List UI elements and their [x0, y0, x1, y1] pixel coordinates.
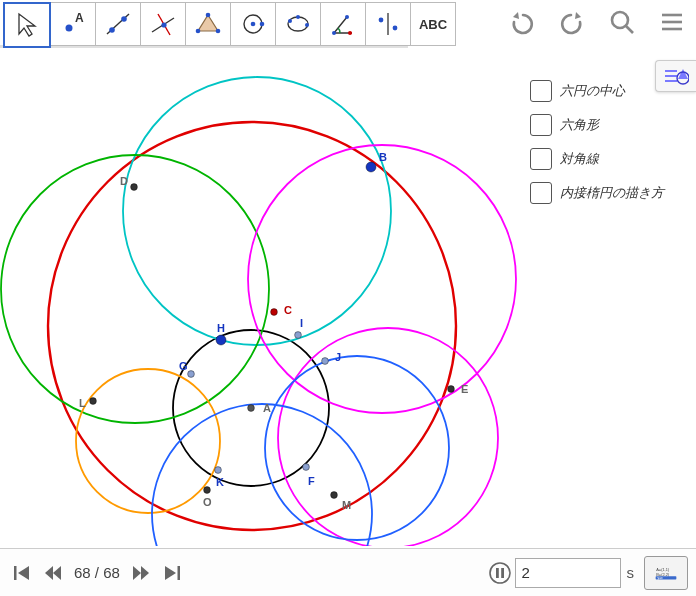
toolbar: A ABC [3, 2, 455, 47]
tool-move[interactable] [3, 2, 51, 48]
tool-circle[interactable] [230, 2, 276, 46]
svg-point-0 [66, 25, 73, 32]
checkbox-hexagon[interactable]: 六角形 [530, 114, 664, 136]
svg-point-18 [332, 31, 336, 35]
tool-conic[interactable] [275, 2, 321, 46]
tool-text[interactable]: ABC [410, 2, 456, 46]
point-F[interactable] [303, 464, 310, 471]
svg-point-8 [206, 13, 211, 18]
checkbox-inscribed-ellipse[interactable]: 内接楕円の描き方 [530, 182, 664, 204]
point-K[interactable] [215, 467, 222, 474]
svg-point-13 [260, 22, 265, 27]
checkbox-label: 六円の中心 [560, 82, 625, 100]
checkbox-box [530, 114, 552, 136]
tool-point[interactable]: A [50, 2, 96, 46]
svg-point-3 [109, 27, 115, 33]
point-D[interactable] [131, 184, 138, 191]
svg-point-19 [345, 15, 349, 19]
svg-rect-33 [14, 566, 17, 580]
last-frame-button[interactable] [156, 558, 186, 588]
svg-point-7 [161, 22, 166, 27]
checkbox-box [530, 80, 552, 102]
checkbox-label: 対角線 [560, 150, 599, 168]
checkbox-panel: 六円の中心 六角形 対角線 内接楕円の描き方 [530, 80, 664, 216]
checkbox-box [530, 182, 552, 204]
point-E[interactable] [448, 386, 455, 393]
tool-line[interactable] [95, 2, 141, 46]
rewind-button[interactable] [38, 558, 68, 588]
checkbox-label: 六角形 [560, 116, 599, 134]
svg-rect-34 [177, 566, 180, 580]
checkbox-diagonals[interactable]: 対角線 [530, 148, 664, 170]
tool-text-label: ABC [419, 17, 447, 32]
point-label-O: O [203, 496, 212, 508]
point-H[interactable] [216, 335, 226, 345]
point-label-B: B [379, 151, 387, 163]
point-J[interactable] [322, 358, 329, 365]
checkbox-label: 内接楕円の描き方 [560, 184, 664, 202]
point-label-I: I [300, 317, 303, 329]
svg-point-14 [288, 17, 308, 31]
tool-perpendicular[interactable] [140, 2, 186, 46]
checkbox-six-circle-centers[interactable]: 六円の中心 [530, 80, 664, 102]
point-label-E: E [461, 383, 468, 395]
point-label-C: C [284, 304, 292, 316]
svg-point-17 [305, 23, 309, 27]
svg-text:A: A [75, 11, 84, 25]
svg-point-15 [288, 19, 292, 23]
pause-button[interactable] [485, 558, 515, 588]
point-label-K: K [216, 476, 224, 488]
point-label-D: D [120, 175, 128, 187]
svg-point-23 [393, 26, 398, 31]
svg-rect-36 [496, 568, 499, 578]
circle-orange [76, 369, 220, 513]
svg-point-16 [296, 15, 300, 19]
circle-green [1, 155, 269, 423]
point-B[interactable] [366, 162, 376, 172]
svg-point-22 [379, 18, 384, 23]
point-C[interactable] [271, 309, 278, 316]
tool-polygon[interactable] [185, 2, 231, 46]
checkbox-box [530, 148, 552, 170]
point-label-J: J [335, 351, 341, 363]
point-label-H: H [217, 322, 225, 334]
svg-point-35 [490, 563, 510, 583]
keyboard-button[interactable]: A=(1,1)B=(2,2)y=x [644, 556, 688, 590]
header-actions [504, 4, 690, 40]
svg-point-12 [251, 22, 256, 27]
tool-reflect[interactable] [365, 2, 411, 46]
speed-input[interactable] [515, 558, 621, 588]
menu-button[interactable] [654, 4, 690, 40]
point-label-L: L [79, 397, 86, 409]
speed-unit: s [627, 564, 635, 581]
svg-rect-37 [501, 568, 504, 578]
tool-angle[interactable] [320, 2, 366, 46]
redo-button[interactable] [554, 4, 590, 40]
point-M[interactable] [331, 492, 338, 499]
forward-button[interactable] [126, 558, 156, 588]
point-O[interactable] [204, 487, 211, 494]
circle-big-red [48, 122, 456, 530]
frame-counter: 68 / 68 [74, 564, 120, 581]
svg-text:y=x: y=x [658, 576, 663, 580]
svg-point-10 [196, 29, 201, 34]
point-L[interactable] [90, 398, 97, 405]
svg-point-24 [612, 12, 628, 28]
first-frame-button[interactable] [8, 558, 38, 588]
point-A[interactable] [248, 405, 255, 412]
svg-point-20 [348, 31, 352, 35]
search-button[interactable] [604, 4, 640, 40]
svg-line-25 [626, 26, 633, 33]
circle-cyan [123, 77, 391, 345]
point-label-F: F [308, 475, 315, 487]
circle-blue-lower [152, 404, 372, 546]
point-label-G: G [179, 360, 188, 372]
point-I[interactable] [295, 332, 302, 339]
undo-button[interactable] [504, 4, 540, 40]
svg-point-4 [121, 16, 127, 22]
point-label-M: M [342, 499, 351, 511]
playbar: 68 / 68 s A=(1,1)B=(2,2)y=x [0, 548, 696, 596]
svg-point-9 [216, 29, 221, 34]
point-label-A: A [263, 402, 271, 414]
point-G[interactable] [188, 371, 195, 378]
